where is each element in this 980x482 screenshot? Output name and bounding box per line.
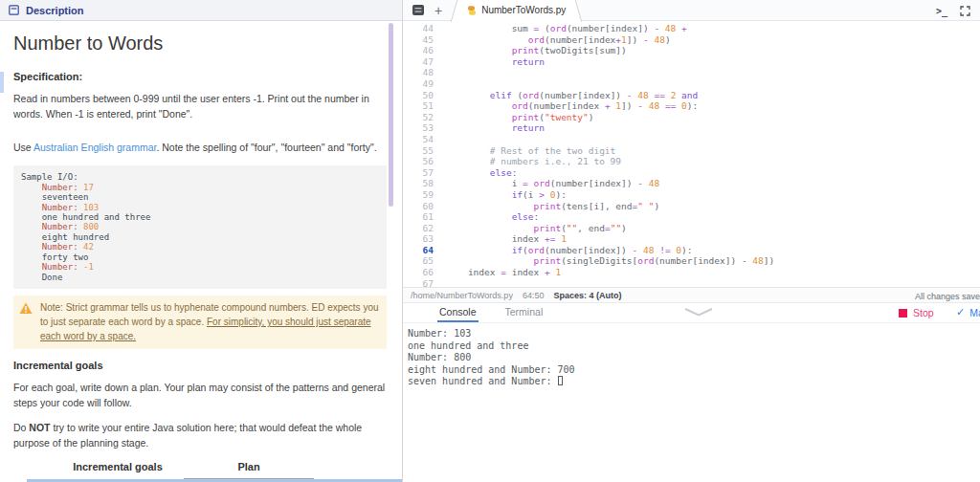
- note-box: Note: Strict grammar tells us to hyphena…: [13, 296, 387, 349]
- specification-text: Read in numbers between 0-999 until the …: [13, 91, 387, 122]
- incremental-goals-heading: Incremental goals: [13, 360, 387, 371]
- code-line[interactable]: 56 # numbers i.e., 21 to 99: [403, 156, 980, 167]
- line-number: 59: [403, 189, 434, 201]
- code-line[interactable]: 63 index += 1: [403, 233, 980, 245]
- line-number: 65: [403, 255, 434, 267]
- tab-console[interactable]: Console: [437, 306, 479, 322]
- console-cursor: [558, 376, 563, 385]
- code-line[interactable]: 52 print("twenty"): [403, 112, 980, 123]
- code-line[interactable]: 51 ord(number[index + 1]) - 48 == 0):: [403, 100, 980, 112]
- tab-terminal[interactable]: Terminal: [503, 306, 546, 322]
- code-line[interactable]: 46 print(twoDigits[sum]): [403, 45, 980, 56]
- code-line[interactable]: 53 return: [403, 122, 980, 134]
- grammar-link[interactable]: Australian English grammar: [33, 142, 156, 153]
- code-line[interactable]: 58 i = ord(number[index]) - 48: [403, 178, 980, 189]
- plan-paragraph-2: Do NOT try to write your entire Java sol…: [13, 420, 387, 451]
- goals-column-header: Incremental goals: [61, 461, 174, 472]
- code-line[interactable]: 57 else:: [403, 167, 980, 179]
- code-line[interactable]: 62 print("", end=""): [403, 223, 980, 234]
- sample-io-line: Number: 103: [21, 203, 379, 212]
- line-number: 52: [403, 112, 434, 123]
- collapse-console-chevron-icon[interactable]: [684, 308, 713, 317]
- line-number: 50: [403, 90, 434, 101]
- line-number: 49: [403, 78, 434, 90]
- sample-io-block: Sample I/O: Number: 17 seventeen Number:…: [13, 165, 387, 288]
- cursor-position: 64:50: [523, 291, 545, 300]
- line-number: 54: [403, 134, 434, 145]
- code-line[interactable]: 65 print(singleDigits[ord(number[index])…: [403, 255, 980, 267]
- python-file-icon: [467, 6, 477, 15]
- console-line: Number: 800: [408, 352, 980, 364]
- file-tree-icon[interactable]: [412, 5, 424, 15]
- sample-io-line: Number: -1: [21, 262, 379, 272]
- line-number: 61: [403, 211, 434, 223]
- description-scrollbar[interactable]: [389, 23, 393, 207]
- stop-button[interactable]: Stop: [899, 307, 934, 318]
- code-line[interactable]: 55 # Rest of the two digit: [403, 145, 980, 157]
- line-number: 66: [403, 267, 434, 278]
- line-number: 62: [403, 223, 434, 234]
- file-path: /home/NumberToWords.py: [411, 291, 513, 300]
- line-number: 45: [403, 34, 434, 46]
- editor-panel: + NumberToWords.py >_ 44 sum = (ord(numb…: [402, 0, 980, 482]
- console-line: Number: 103: [408, 328, 980, 340]
- sample-io-line: Sample I/O:: [21, 172, 379, 182]
- goals-table-header: Incremental goals Plan: [13, 461, 387, 472]
- code-line[interactable]: 45 ord(number[index+1]) - 48): [403, 34, 980, 46]
- code-line[interactable]: 59 if(i > 0):: [403, 189, 980, 201]
- line-number: 51: [403, 100, 434, 112]
- code-line[interactable]: 61 else:: [403, 211, 980, 223]
- line-number: 56: [403, 156, 434, 167]
- new-tab-button[interactable]: +: [434, 4, 442, 17]
- code-line[interactable]: 49: [403, 78, 980, 90]
- code-line[interactable]: 60 print(tens[i], end=" "): [403, 201, 980, 212]
- grammar-pre-text: Use: [13, 142, 33, 153]
- save-status: All changes saved: [915, 292, 980, 301]
- code-line[interactable]: 64 if(ord(number[index]) - 48 != 0):: [403, 245, 980, 256]
- indentation-setting[interactable]: Spaces: 4 (Auto): [553, 291, 621, 300]
- console-tab-bar: Console Terminal Stop ✓ Mark as Complete…: [403, 303, 980, 323]
- plan-column-header: Plan: [184, 461, 314, 472]
- panel-title: Description: [26, 5, 84, 16]
- line-number: 64: [403, 245, 434, 256]
- console-output[interactable]: Number: 103one hundred and threeNumber: …: [403, 324, 980, 482]
- sample-io-line: Number: 42: [21, 242, 379, 252]
- grammar-post-text: . Note the spelling of "four", "fourteen…: [156, 142, 376, 153]
- line-number: 48: [403, 67, 434, 78]
- sample-io-line: forty two: [21, 252, 379, 262]
- check-icon: ✓: [956, 306, 965, 318]
- code-line[interactable]: 67: [403, 278, 980, 287]
- code-line[interactable]: 48: [403, 67, 980, 78]
- code-editor[interactable]: 44 sum = (ord(number[index]) - 48 +45 or…: [403, 21, 980, 287]
- code-line[interactable]: 66 index = index + 1: [403, 267, 980, 278]
- console-line: seven hundred and Number:: [408, 376, 980, 388]
- collapse-panel-icon[interactable]: [9, 5, 19, 15]
- line-number: 63: [403, 233, 434, 245]
- code-line[interactable]: 44 sum = (ord(number[index]) - 48 +: [403, 23, 980, 34]
- open-terminal-icon[interactable]: >_: [936, 6, 947, 16]
- line-number: 47: [403, 56, 434, 68]
- console-line: eight hundred and Number: 700: [408, 364, 980, 377]
- sample-io-line: eight hundred: [21, 232, 379, 242]
- editor-status-bar: /home/NumberToWords.py 64:50 Spaces: 4 (…: [403, 287, 980, 303]
- tab-numbertowords[interactable]: NumberToWords.py: [457, 0, 575, 21]
- fullscreen-icon[interactable]: [960, 6, 970, 16]
- sample-io-line: seventeen: [21, 192, 379, 202]
- grammar-paragraph: Use Australian English grammar. Note the…: [13, 140, 387, 155]
- code-line[interactable]: 47 return: [403, 56, 980, 68]
- panel-edge-handle[interactable]: [0, 72, 4, 93]
- line-number: 67: [403, 278, 434, 287]
- code-line[interactable]: 54: [403, 134, 980, 145]
- stop-icon: [899, 309, 907, 318]
- line-number: 60: [403, 201, 434, 212]
- editor-top-icons: >_: [936, 0, 970, 21]
- plan-paragraph-1: For each goal, write down a plan. Your p…: [13, 380, 387, 411]
- warning-icon: [19, 302, 33, 315]
- sample-io-line: Number: 800: [21, 222, 379, 231]
- mark-completed-button[interactable]: ✓ Mark as Completed: [956, 306, 980, 318]
- line-number: 55: [403, 145, 434, 157]
- description-header[interactable]: Description: [0, 0, 402, 21]
- note-text: Note: Strict grammar tells us to hyphena…: [40, 300, 379, 343]
- code-line[interactable]: 50 elif (ord(number[index]) - 48 == 2 an…: [403, 90, 980, 101]
- editor-tab-bar: + NumberToWords.py >_: [403, 0, 980, 21]
